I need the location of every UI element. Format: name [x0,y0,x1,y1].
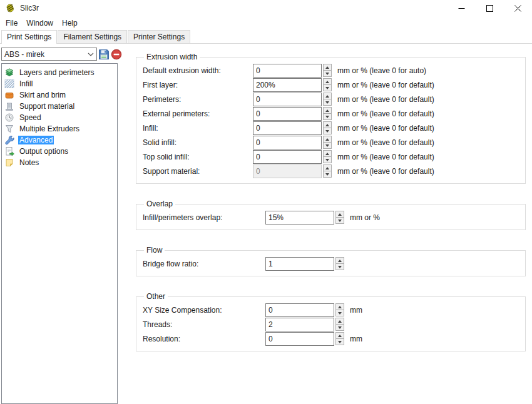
group-overlap: Overlap Infill/perimeters overlap: mm or… [136,199,526,230]
sidebar-item-skirt-and-brim[interactable]: Skirt and brim [2,89,117,101]
spin-down-button[interactable] [323,70,332,77]
spin-down-button[interactable] [335,338,344,345]
arrow-down-icon [338,220,342,222]
threads-spinner [323,150,332,163]
preset-row: ABS - mirek [1,48,124,61]
close-icon [514,5,521,12]
field-label: Bridge flow ratio: [143,260,265,268]
maximize-button[interactable] [476,0,504,16]
field-label: External perimeters: [143,109,253,118]
arrow-down-icon [325,144,329,147]
spin-down-button[interactable] [335,324,344,331]
menu-help[interactable]: Help [58,18,82,29]
spin-down-button[interactable] [335,217,344,224]
arrow-down-icon [338,312,342,315]
spin-down-button[interactable] [323,142,332,149]
tab-filament-settings[interactable]: Filament Settings [58,30,127,43]
output-icon [4,146,14,156]
field-unit: mm or % (leave 0 for auto) [337,66,426,75]
arrow-up-icon [338,320,342,323]
input-default-extrusion-width[interactable] [253,64,322,78]
tab-printer-settings[interactable]: Printer Settings [128,30,190,43]
arrow-up-icon [325,109,329,112]
spin-down-button[interactable] [323,128,332,134]
input-xy-size-compensation[interactable] [265,303,334,317]
threads-spinner [323,136,332,149]
arrow-up-icon [325,95,329,98]
settings-row: Support material: mm or % (leave 0 for d… [143,164,519,178]
input-first-layer[interactable] [253,78,322,92]
input-bridge-flow-ratio[interactable] [265,257,334,271]
menu-window[interactable]: Window [22,18,58,29]
preset-select[interactable]: ABS - mirek [1,48,97,61]
field-unit: mm or % (leave 0 for default) [337,109,434,118]
tab-print-settings[interactable]: Print Settings [1,30,57,44]
spin-down-button[interactable] [323,156,332,163]
sidebar-item-infill[interactable]: Infill [2,78,117,89]
settings-category-list: Layers and perimeters Infill Skirt and b… [1,63,118,404]
menu-file[interactable]: File [1,18,22,29]
arrow-up-icon [325,153,329,155]
threads-spinner [335,257,344,270]
minimize-button[interactable] [448,0,476,16]
input-resolution[interactable] [265,332,334,346]
arrow-down-icon [325,173,329,176]
arrow-up-icon [338,335,342,337]
spin-down-button[interactable] [323,84,332,91]
close-button[interactable] [504,0,532,16]
field-label: Threads: [143,320,265,329]
spin-down-button[interactable] [323,99,332,106]
input-infill-perimeters-overlap[interactable] [265,211,334,225]
sidebar-item-advanced[interactable]: Advanced [2,134,117,146]
input-threads[interactable] [265,318,334,331]
tab-bar: Print SettingsFilament SettingsPrinter S… [0,30,532,44]
arrow-up-icon [325,167,329,169]
input-external-perimeters[interactable] [253,107,322,121]
skirt-icon [4,90,14,100]
arrow-up-icon [338,306,342,308]
field-unit: mm or % (leave 0 for default) [337,153,434,161]
layers-icon [4,68,14,78]
arrow-down-icon [338,341,342,343]
spin-down-button[interactable] [335,263,344,270]
threads-spinner [323,107,332,120]
arrow-up-icon [338,260,342,262]
advanced-icon [4,135,14,145]
threads-spinner [323,78,332,91]
delete-preset-button[interactable] [111,49,122,60]
sidebar-item-multiple-extruders[interactable]: Multiple Extruders [2,123,117,134]
arrow-down-icon [325,130,329,133]
minimize-icon [458,5,465,12]
field-unit: mm [350,335,362,343]
field-unit: mm or % (leave 0 for default) [337,124,434,133]
maximize-icon [486,5,493,12]
threads-spinner [323,93,332,106]
sidebar-item-layers-and-perimeters[interactable]: Layers and perimeters [2,67,117,78]
spin-down-button[interactable] [335,310,344,316]
sidebar-item-support-material[interactable]: Support material [2,101,117,112]
threads-spinner [323,164,332,178]
speed-icon [4,113,14,123]
settings-row: Threads: [143,317,519,331]
sidebar-item-output-options[interactable]: Output options [2,146,117,157]
window-title: Slic3r [20,4,39,13]
input-perimeters[interactable] [253,93,322,106]
settings-row: XY Size Compensation: mm [143,303,519,317]
spin-down-button[interactable] [323,171,332,178]
threads-spinner [335,318,344,331]
input-infill[interactable] [253,121,322,135]
input-solid-infill[interactable] [253,136,322,149]
input-top-solid-infill[interactable] [253,150,322,164]
sidebar-item-label: Layers and perimeters [18,68,95,77]
input-support-material[interactable] [253,164,322,178]
sidebar-item-label: Output options [18,147,69,156]
arrow-up-icon [325,66,329,69]
sidebar-item-speed[interactable]: Speed [2,112,117,123]
save-icon [98,49,110,60]
spin-down-button[interactable] [323,113,332,120]
field-label: Infill: [143,124,253,133]
sidebar-item-notes[interactable]: Notes [2,157,117,168]
settings-row: Default extrusion width: mm or % (leave … [143,63,519,78]
settings-row: Perimeters: mm or % (leave 0 for default… [143,92,519,106]
save-preset-button[interactable] [98,49,110,60]
